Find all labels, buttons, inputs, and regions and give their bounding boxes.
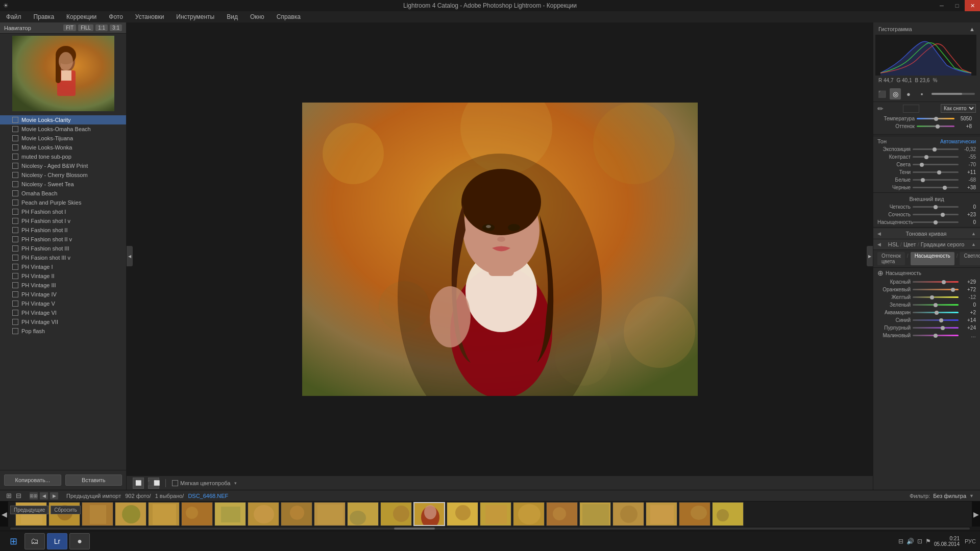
whites-thumb[interactable]	[921, 178, 925, 182]
blacks-thumb[interactable]	[943, 186, 947, 190]
hsl-target-icon[interactable]: ⊕	[877, 269, 884, 277]
view-single-icon[interactable]: ⬜	[133, 478, 144, 489]
curve-tool-btn[interactable]: ●	[903, 88, 914, 99]
clarity-slider[interactable]	[913, 206, 959, 208]
green-sat-thumb[interactable]	[934, 303, 938, 307]
grid-view-btn[interactable]: ⊞⊞	[30, 492, 38, 499]
preset-item-1[interactable]: Movie Looks-Omaha Beach	[0, 124, 126, 134]
preset-item-16[interactable]: PH Vintage I	[0, 262, 126, 271]
menu-corrections[interactable]: Коррекции	[64, 12, 99, 21]
soft-proof-toggle[interactable]: Мягкая цветопроба	[172, 480, 230, 486]
preset-item-15[interactable]: PH Fasion shot III v	[0, 253, 126, 262]
red-sat-thumb[interactable]	[942, 280, 946, 284]
tone-curve-header[interactable]: ◀ Тоновая кривая ▲	[873, 229, 980, 239]
film-thumb-11[interactable]	[380, 502, 412, 526]
preset-item-9[interactable]: Peach and Purple Skies	[0, 198, 126, 207]
menu-help[interactable]: Справка	[275, 12, 303, 21]
film-thumb-20[interactable]	[679, 502, 710, 526]
preset-item-2[interactable]: Movie Looks-Tijuana	[0, 134, 126, 143]
histogram-collapse[interactable]: ▲	[969, 26, 975, 32]
wb-preset-select[interactable]: Как снято	[941, 104, 976, 113]
tone-tool-btn[interactable]: ◎	[890, 88, 901, 99]
wb-eyedropper-icon[interactable]: ✏	[877, 105, 884, 113]
photo-area[interactable]	[127, 22, 873, 475]
filter-value[interactable]: Без фильтра	[933, 493, 966, 499]
contrast-thumb[interactable]	[924, 155, 928, 159]
basic-tool-btn[interactable]: ⬛	[876, 88, 888, 99]
film-thumb-6[interactable]	[214, 502, 246, 526]
red-sat-slider[interactable]	[913, 281, 959, 283]
preset-item-19[interactable]: PH Vintage IV	[0, 290, 126, 299]
taskbar-chrome[interactable]: ●	[69, 533, 90, 549]
prev-arrow[interactable]: ◀	[40, 492, 48, 499]
preset-item-23[interactable]: Pop flash	[0, 327, 126, 336]
preset-item-13[interactable]: PH Fashion shot II v	[0, 235, 126, 244]
prev-btn[interactable]: Предыдущие	[10, 506, 48, 514]
film-thumb-13[interactable]	[447, 502, 478, 526]
contrast-slider[interactable]	[913, 156, 959, 158]
film-thumb-12[interactable]	[413, 502, 445, 526]
exposure-thumb[interactable]	[933, 147, 937, 152]
film-thumb-3[interactable]	[115, 502, 146, 526]
preset-item-17[interactable]: PH Vintage II	[0, 271, 126, 281]
minimize-button[interactable]: ─	[934, 0, 949, 11]
preset-item-12[interactable]: PH Fashion shot II	[0, 226, 126, 235]
purple-sat-slider[interactable]	[913, 327, 959, 329]
preset-item-21[interactable]: PH Vintage VI	[0, 308, 126, 317]
exposure-slider[interactable]	[913, 148, 959, 150]
taskbar-lightroom[interactable]: Lr	[47, 533, 67, 549]
preset-item-7[interactable]: Nicolesy - Sweet Tea	[0, 180, 126, 189]
orange-sat-slider[interactable]	[913, 289, 959, 290]
flag-icon[interactable]: ⚑	[925, 538, 931, 545]
magenta-sat-slider[interactable]	[913, 335, 959, 336]
nav-fill[interactable]: FILL	[78, 24, 93, 31]
filmstrip-scrollbar-track[interactable]	[10, 528, 970, 530]
hsl-arrow[interactable]: ▲	[971, 242, 976, 247]
preset-item-8[interactable]: Omaha Beach	[0, 189, 126, 198]
temp-slider[interactable]	[917, 118, 954, 119]
menu-edit[interactable]: Правка	[32, 12, 57, 21]
film-thumb-19[interactable]	[646, 502, 677, 526]
menu-file[interactable]: Файл	[4, 12, 23, 21]
vibrance-slider[interactable]	[913, 214, 959, 215]
preset-item-0[interactable]: Movie Looks-Clarity	[0, 115, 126, 124]
vibrance-thumb[interactable]	[941, 213, 945, 217]
film-thumb-10[interactable]	[347, 502, 379, 526]
paste-button[interactable]: Вставить	[65, 474, 122, 486]
preset-item-20[interactable]: PH Vintage V	[0, 299, 126, 308]
film-thumb-17[interactable]	[579, 502, 611, 526]
maximize-button[interactable]: □	[949, 0, 965, 11]
purple-sat-thumb[interactable]	[941, 326, 945, 330]
lights-thumb[interactable]	[920, 163, 924, 167]
menu-setup[interactable]: Установки	[133, 12, 166, 21]
preset-item-22[interactable]: PH Vintage VII	[0, 317, 126, 327]
whites-slider[interactable]	[913, 179, 959, 181]
yellow-sat-thumb[interactable]	[930, 295, 934, 299]
hsl-header[interactable]: ◀ HSL / Цвет / Градации серого ▲	[873, 239, 980, 250]
film-thumb-2[interactable]	[82, 502, 113, 526]
blacks-slider[interactable]	[913, 187, 959, 188]
soft-proof-dropdown[interactable]: ▾	[234, 481, 237, 486]
close-button[interactable]: ✕	[965, 0, 980, 11]
nav-3-1[interactable]: 3:1	[110, 24, 122, 31]
menu-tools[interactable]: Инструменты	[174, 12, 216, 21]
film-thumb-9[interactable]	[314, 502, 346, 526]
filmstrip-right-arrow[interactable]: ▶	[972, 502, 980, 527]
preset-item-6[interactable]: Nicolesy - Cherry Blossom	[0, 170, 126, 180]
reset-btn[interactable]: Сбросить	[51, 506, 80, 514]
wb-value-input[interactable]: 66	[903, 105, 919, 113]
filter-dropdown[interactable]: ▼	[969, 493, 974, 498]
yellow-sat-slider[interactable]	[913, 296, 959, 298]
preset-item-11[interactable]: PH Fashion shot I v	[0, 216, 126, 226]
copy-button[interactable]: Копировать...	[4, 474, 61, 486]
film-thumb-21[interactable]	[712, 502, 744, 526]
film-thumb-7[interactable]	[248, 502, 279, 526]
tc-arrow[interactable]: ▲	[971, 231, 976, 236]
filename-label[interactable]: DSC_6468.NEF	[188, 493, 228, 499]
aqua-sat-slider[interactable]	[913, 312, 959, 313]
clarity-thumb[interactable]	[934, 205, 938, 209]
green-sat-slider[interactable]	[913, 304, 959, 306]
temp-thumb[interactable]	[934, 117, 938, 121]
preset-item-3[interactable]: Movie Looks-Wonka	[0, 143, 126, 152]
language-indicator[interactable]: РУС	[965, 538, 976, 544]
